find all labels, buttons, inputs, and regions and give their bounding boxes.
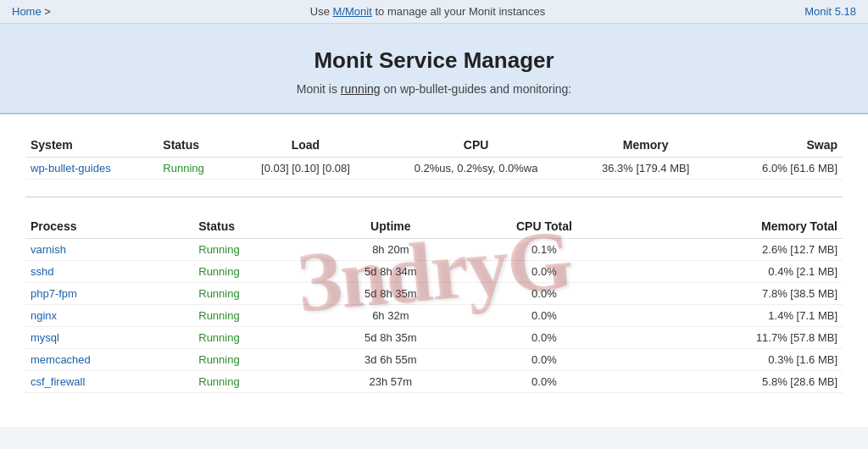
version-link[interactable]: Monit 5.18 bbox=[804, 5, 856, 18]
process-table: Process Status Uptime CPU Total Memory T… bbox=[25, 213, 843, 393]
system-table: System Status Load CPU Memory Swap wp-bu… bbox=[25, 131, 843, 180]
system-name: wp-bullet-guides bbox=[25, 158, 158, 180]
process-row: nginx Running 6h 32m 0.0% 1.4% [7.1 MB] bbox=[25, 305, 843, 327]
section-divider bbox=[25, 197, 843, 197]
system-memory: 36.3% [179.4 MB] bbox=[574, 158, 717, 180]
process-row: memcached Running 3d 6h 55m 0.0% 0.3% [1… bbox=[25, 349, 843, 371]
process-memory: 1.4% [7.1 MB] bbox=[623, 305, 843, 327]
process-cpu: 0.0% bbox=[465, 327, 623, 349]
process-status: Running bbox=[193, 371, 316, 393]
process-uptime: 5d 8h 34m bbox=[316, 261, 465, 283]
process-memory: 0.3% [1.6 MB] bbox=[623, 349, 843, 371]
process-name: memcached bbox=[25, 349, 193, 371]
col-proc-status: Status bbox=[193, 213, 316, 239]
process-uptime: 5d 8h 35m bbox=[316, 283, 465, 305]
process-status: Running bbox=[193, 327, 316, 349]
process-memory: 0.4% [2.1 MB] bbox=[623, 261, 843, 283]
process-row: mysql Running 5d 8h 35m 0.0% 11.7% [57.8… bbox=[25, 327, 843, 349]
header-subtitle: Monit is running on wp-bullet-guides and… bbox=[17, 82, 851, 96]
process-row: varnish Running 8h 20m 0.1% 2.6% [12.7 M… bbox=[25, 239, 843, 261]
breadcrumb-separator: > bbox=[44, 5, 51, 18]
col-memory-total: Memory Total bbox=[623, 213, 843, 239]
system-load: [0.03] [0.10] [0.08] bbox=[233, 158, 378, 180]
system-swap: 6.0% [61.6 MB] bbox=[717, 158, 843, 180]
process-name: sshd bbox=[25, 261, 193, 283]
page-title: Monit Service Manager bbox=[17, 47, 851, 74]
col-cpu: CPU bbox=[378, 131, 574, 158]
process-status: Running bbox=[193, 261, 316, 283]
process-name: csf_firewall bbox=[25, 371, 193, 393]
process-name: php7-fpm bbox=[25, 283, 193, 305]
header-section: Monit Service Manager Monit is running o… bbox=[0, 24, 868, 114]
process-memory: 2.6% [12.7 MB] bbox=[623, 239, 843, 261]
breadcrumb: Home > bbox=[12, 5, 51, 18]
process-uptime: 3d 6h 55m bbox=[316, 349, 465, 371]
process-memory: 7.8% [38.5 MB] bbox=[623, 283, 843, 305]
process-uptime: 8h 20m bbox=[316, 239, 465, 261]
process-row: csf_firewall Running 23h 57m 0.0% 5.8% [… bbox=[25, 371, 843, 393]
process-uptime: 5d 8h 35m bbox=[316, 327, 465, 349]
mmonit-link[interactable]: M/Monit bbox=[333, 5, 372, 18]
process-row: php7-fpm Running 5d 8h 35m 0.0% 7.8% [38… bbox=[25, 283, 843, 305]
process-cpu: 0.1% bbox=[465, 239, 623, 261]
system-status: Running bbox=[158, 158, 233, 180]
process-name: mysql bbox=[25, 327, 193, 349]
running-link[interactable]: running bbox=[341, 82, 381, 96]
home-link[interactable]: Home bbox=[12, 5, 42, 18]
process-row: sshd Running 5d 8h 34m 0.0% 0.4% [2.1 MB… bbox=[25, 261, 843, 283]
col-uptime: Uptime bbox=[316, 213, 465, 239]
system-cpu: 0.2%us, 0.2%sy, 0.0%wa bbox=[378, 158, 574, 180]
top-bar-center-text: Use M/Monit to manage all your Monit ins… bbox=[310, 5, 545, 18]
process-cpu: 0.0% bbox=[465, 283, 623, 305]
process-cpu: 0.0% bbox=[465, 261, 623, 283]
process-uptime: 6h 32m bbox=[316, 305, 465, 327]
process-name: nginx bbox=[25, 305, 193, 327]
process-cpu: 0.0% bbox=[465, 305, 623, 327]
process-name: varnish bbox=[25, 239, 193, 261]
col-system: System bbox=[25, 131, 158, 158]
main-content: ЗndryG System Status Load CPU Memory Swa… bbox=[0, 114, 868, 427]
process-uptime: 23h 57m bbox=[316, 371, 465, 393]
process-status: Running bbox=[193, 349, 316, 371]
col-status: Status bbox=[158, 131, 233, 158]
process-status: Running bbox=[193, 239, 316, 261]
top-bar: Home > Use M/Monit to manage all your Mo… bbox=[0, 0, 868, 24]
process-status: Running bbox=[193, 283, 316, 305]
process-cpu: 0.0% bbox=[465, 349, 623, 371]
col-memory: Memory bbox=[574, 131, 717, 158]
process-status: Running bbox=[193, 305, 316, 327]
col-cpu-total: CPU Total bbox=[465, 213, 623, 239]
version-link-container: Monit 5.18 bbox=[804, 5, 856, 18]
col-swap: Swap bbox=[717, 131, 843, 158]
system-row: wp-bullet-guides Running [0.03] [0.10] [… bbox=[25, 158, 843, 180]
process-memory: 5.8% [28.6 MB] bbox=[623, 371, 843, 393]
process-cpu: 0.0% bbox=[465, 371, 623, 393]
col-load: Load bbox=[233, 131, 378, 158]
col-process: Process bbox=[25, 213, 193, 239]
process-memory: 11.7% [57.8 MB] bbox=[623, 327, 843, 349]
